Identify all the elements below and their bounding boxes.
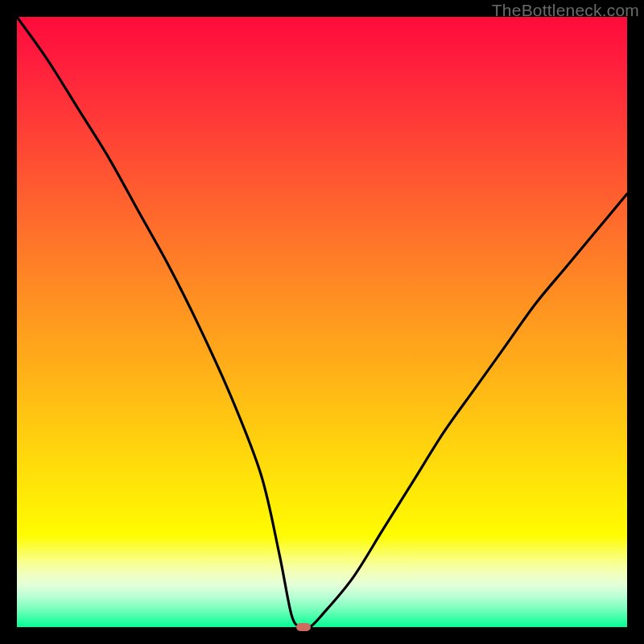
optimal-marker [296, 623, 311, 631]
chart-curve-svg [17, 17, 627, 627]
bottleneck-curve-path [17, 17, 627, 627]
chart-frame [17, 17, 627, 627]
